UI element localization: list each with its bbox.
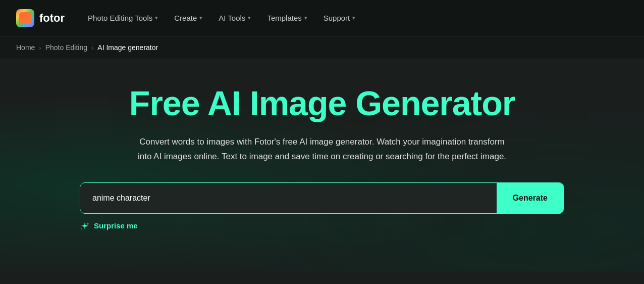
nav-label-ai-tools: AI Tools — [219, 14, 245, 22]
navbar: fotor Photo Editing Tools ▾ Create ▾ AI … — [0, 0, 644, 36]
main-content: Free AI Image Generator Convert words to… — [0, 59, 644, 271]
chevron-icon: ▾ — [304, 15, 307, 21]
nav-label-templates: Templates — [267, 14, 301, 22]
breadcrumb-sep-1: › — [39, 44, 41, 52]
prompt-input[interactable] — [80, 183, 497, 213]
fotor-logo-icon — [16, 9, 34, 27]
nav-item-photo-editing-tools[interactable]: Photo Editing Tools ▾ — [81, 10, 165, 26]
nav-label-photo-editing-tools: Photo Editing Tools — [88, 14, 152, 22]
nav-item-create[interactable]: Create ▾ — [167, 10, 209, 26]
breadcrumb: Home › Photo Editing › AI Image generato… — [0, 36, 644, 59]
breadcrumb-current: AI Image generator — [97, 43, 158, 52]
logo-text: fotor — [39, 12, 65, 25]
hero-title: Free AI Image Generator — [129, 83, 515, 123]
surprise-label[interactable]: Surprise me — [94, 221, 138, 230]
nav-item-ai-tools[interactable]: AI Tools ▾ — [211, 10, 258, 26]
breadcrumb-sep-2: › — [91, 44, 93, 52]
nav-item-templates[interactable]: Templates ▾ — [260, 10, 314, 26]
breadcrumb-photo-editing[interactable]: Photo Editing — [45, 43, 87, 52]
sparkle-icon — [80, 221, 90, 231]
nav-label-create: Create — [174, 14, 197, 22]
chevron-icon: ▾ — [155, 15, 158, 21]
breadcrumb-home[interactable]: Home — [16, 43, 35, 52]
logo-area[interactable]: fotor — [16, 9, 65, 27]
input-area: Generate Surprise me — [80, 182, 564, 231]
hero-subtitle: Convert words to images with Fotor's fre… — [135, 135, 509, 164]
chevron-icon: ▾ — [248, 15, 251, 21]
nav-label-support: Support — [324, 14, 350, 22]
generate-button[interactable]: Generate — [497, 183, 564, 213]
surprise-row[interactable]: Surprise me — [80, 221, 564, 231]
nav-items: Photo Editing Tools ▾ Create ▾ AI Tools … — [81, 10, 628, 26]
chevron-icon: ▾ — [352, 15, 355, 21]
svg-rect-0 — [19, 12, 31, 24]
chevron-icon: ▾ — [199, 15, 202, 21]
nav-item-support[interactable]: Support ▾ — [316, 10, 363, 26]
input-row: Generate — [80, 182, 564, 214]
